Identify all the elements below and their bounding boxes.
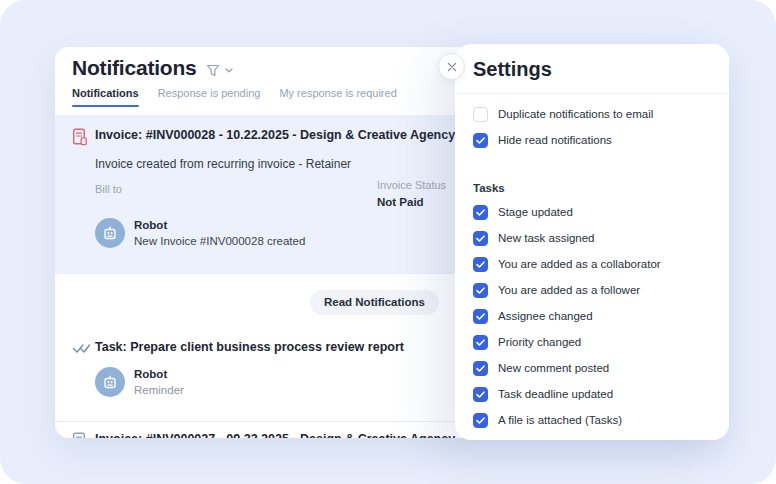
read-notifications-button[interactable]: Read Notifications <box>310 290 439 315</box>
checkbox[interactable] <box>473 257 488 272</box>
option-stage-updated[interactable]: Stage updated <box>473 199 711 225</box>
checkbox-tick-icon <box>476 137 485 144</box>
checkbox[interactable] <box>473 361 488 376</box>
notifications-title: Notifications <box>72 56 197 80</box>
app-window: Notifications Notifications Response is … <box>0 0 776 484</box>
tab-notifications[interactable]: Notifications <box>72 87 139 107</box>
invoice-status-value: Not Paid <box>377 196 446 208</box>
option-label: New comment posted <box>498 362 609 374</box>
close-icon <box>447 62 457 72</box>
robot-avatar-icon <box>95 367 125 397</box>
checkbox-tick-icon <box>476 365 485 372</box>
checkbox-tick-icon <box>476 235 485 242</box>
notification-title: Invoice: #INV000028 - 10.22.2025 - Desig… <box>95 128 455 143</box>
option-label: Assignee changed <box>498 310 593 322</box>
actor-action: New Invoice #INV000028 created <box>134 235 305 247</box>
filter-button[interactable] <box>206 64 233 77</box>
checkbox[interactable] <box>473 133 488 148</box>
option-priority-changed[interactable]: Priority changed <box>473 329 711 355</box>
option-label: Stage updated <box>498 206 573 218</box>
robot-avatar-icon <box>95 218 125 248</box>
bill-to-label: Bill to <box>95 183 122 195</box>
option-task-deadline-updated[interactable]: Task deadline updated <box>473 381 711 407</box>
invoice-icon <box>72 128 95 150</box>
tab-response-pending[interactable]: Response is pending <box>158 87 261 107</box>
settings-title: Settings <box>473 58 552 80</box>
option-duplicate-notifications-email[interactable]: Duplicate notifications to email <box>473 101 711 127</box>
settings-panel: Settings Duplicate notifications to emai… <box>455 44 729 440</box>
option-label: Duplicate notifications to email <box>498 108 653 120</box>
tab-my-response-required[interactable]: My response is required <box>279 87 396 107</box>
option-label: New task assigned <box>498 232 595 244</box>
invoice-status-label: Invoice Status <box>377 179 446 191</box>
checkbox[interactable] <box>473 107 488 122</box>
option-label: Priority changed <box>498 336 581 348</box>
option-file-attached-tasks[interactable]: A file is attached (Tasks) <box>473 407 711 433</box>
tasks-section-title: Tasks <box>473 182 711 194</box>
checkbox-tick-icon <box>476 261 485 268</box>
checkbox[interactable] <box>473 231 488 246</box>
option-label: Task deadline updated <box>498 388 613 400</box>
option-new-comment-posted[interactable]: New comment posted <box>473 355 711 381</box>
filter-funnel-icon <box>206 64 220 77</box>
close-button[interactable] <box>438 53 465 80</box>
checkbox[interactable] <box>473 335 488 350</box>
chevron-down-icon <box>225 68 233 73</box>
actor-name: Robot <box>134 219 305 231</box>
checkbox-tick-icon <box>476 391 485 398</box>
checkbox[interactable] <box>473 309 488 324</box>
option-label: You are added as a collaborator <box>498 258 661 270</box>
checkbox-tick-icon <box>476 287 485 294</box>
double-check-icon <box>72 340 95 358</box>
notification-title: Task: Prepare client business process re… <box>95 340 404 355</box>
checkbox-tick-icon <box>476 417 485 424</box>
option-new-task-assigned[interactable]: New task assigned <box>473 225 711 251</box>
option-hide-read-notifications[interactable]: Hide read notifications <box>473 127 711 153</box>
checkbox-tick-icon <box>476 209 485 216</box>
invoice-icon <box>72 432 95 438</box>
option-added-as-collaborator[interactable]: You are added as a collaborator <box>473 251 711 277</box>
option-label: Hide read notifications <box>498 134 612 146</box>
option-added-as-follower[interactable]: You are added as a follower <box>473 277 711 303</box>
notification-title: Invoice: #INV000027 - 09.22.2025 - Desig… <box>95 432 455 438</box>
checkbox[interactable] <box>473 205 488 220</box>
actor-name: Robot <box>134 368 184 380</box>
checkbox[interactable] <box>473 387 488 402</box>
checkbox[interactable] <box>473 283 488 298</box>
option-assignee-changed[interactable]: Assignee changed <box>473 303 711 329</box>
option-label: A file is attached (Tasks) <box>498 414 622 426</box>
settings-header: Settings <box>455 44 729 94</box>
checkbox-tick-icon <box>476 339 485 346</box>
checkbox[interactable] <box>473 413 488 428</box>
option-label: You are added as a follower <box>498 284 640 296</box>
checkbox-tick-icon <box>476 313 485 320</box>
actor-action: Reminder <box>134 384 184 396</box>
settings-body: Duplicate notifications to email Hide re… <box>455 94 729 433</box>
